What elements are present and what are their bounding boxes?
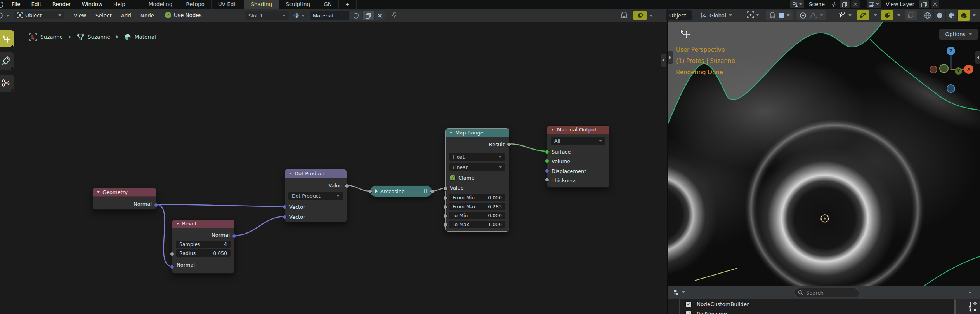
gizmo-axis-y[interactable]: Y <box>955 67 962 75</box>
node-map-range[interactable]: Map Range Result Float Linear Clamp Valu… <box>445 128 509 232</box>
editor-type-chevron[interactable] <box>6 15 9 17</box>
workspace-tab-modeling[interactable]: Modeling <box>142 0 179 9</box>
editor-type-icon[interactable] <box>0 12 4 19</box>
shading-dropdown-chevron[interactable] <box>973 14 976 16</box>
from-max-field[interactable]: From Max 6.283 <box>449 203 505 210</box>
shading-material-button[interactable] <box>946 10 958 21</box>
socket-vector2-input[interactable] <box>283 215 287 219</box>
add-workspace-button[interactable]: + <box>338 0 357 9</box>
new-scene-button[interactable] <box>840 0 850 8</box>
scene-browse-button[interactable] <box>790 0 804 8</box>
gizmo-visibility-chevron[interactable] <box>848 14 852 16</box>
tools-tab-icon[interactable] <box>968 302 978 312</box>
new-material-button[interactable] <box>363 11 374 20</box>
socket-output[interactable] <box>430 189 434 194</box>
scene-name[interactable]: Scene <box>806 1 828 7</box>
pivot-point-dropdown[interactable] <box>747 11 759 18</box>
collapse-chevron[interactable] <box>97 191 100 193</box>
menu-render[interactable]: Render <box>47 0 76 9</box>
menu-edit[interactable]: Edit <box>26 0 47 9</box>
addon-enabled-checkbox[interactable] <box>685 301 692 307</box>
proportional-edit-icon[interactable] <box>800 12 807 19</box>
gizmo-axis-neg-y[interactable] <box>939 64 949 73</box>
expand-chevron[interactable] <box>375 189 378 193</box>
gizmo-axis-x[interactable]: X <box>964 65 973 74</box>
socket-displacement-input[interactable] <box>545 169 549 173</box>
falloff-curve-icon[interactable] <box>809 12 817 19</box>
addons-search-input[interactable] <box>806 290 849 296</box>
viewport-options-button[interactable]: Options <box>939 29 978 40</box>
viewport-sidebar-toggle[interactable] <box>975 51 980 64</box>
collapse-chevron[interactable] <box>449 132 453 134</box>
node-dot-product[interactable]: Dot Product Value Dot Product Vector Vec… <box>284 169 347 222</box>
menu-select[interactable]: Select <box>91 12 116 19</box>
socket-radius-input[interactable] <box>170 252 174 256</box>
shading-solid-button[interactable] <box>934 10 946 21</box>
use-nodes-checkbox[interactable] <box>165 12 171 18</box>
shader-node-editor[interactable]: Suzanne Suzanne Material <box>0 22 667 314</box>
shading-rendered-button[interactable] <box>958 10 970 21</box>
workspace-tab-uvedit[interactable]: UV Edit <box>211 0 244 9</box>
material-slot-dropdown[interactable]: Slot 1 <box>245 11 289 20</box>
gizmo-axis-neg-z[interactable] <box>947 84 955 93</box>
addon-row-rollviewport[interactable]: RollViewport <box>685 311 729 314</box>
pin-icon[interactable] <box>831 2 836 7</box>
show-overlays-chevron[interactable] <box>897 14 900 16</box>
navigation-gizmo[interactable]: Z Y X <box>924 42 980 96</box>
blender-logo-icon[interactable] <box>0 1 4 8</box>
from-min-field[interactable]: From Min 0.000 <box>449 194 505 201</box>
output-target-dropdown[interactable]: All <box>551 137 605 145</box>
samples-field[interactable]: Samples 4 <box>176 241 231 248</box>
workspace-tab-shading[interactable]: Shading <box>244 0 279 9</box>
to-min-field[interactable]: To Min 0.000 <box>449 212 505 219</box>
overlays-toggle[interactable] <box>633 11 647 20</box>
material-name-field[interactable]: Material <box>310 11 349 20</box>
view-layer-browse-button[interactable] <box>867 0 881 8</box>
collapse-chevron[interactable] <box>551 129 554 131</box>
node-arccosine[interactable]: Arccosine <box>370 185 432 197</box>
clamp-checkbox[interactable] <box>450 175 456 181</box>
addon-row-nodecustombuilder[interactable]: NodeCustomBuilder <box>685 301 749 307</box>
menu-help[interactable]: Help <box>108 0 131 9</box>
menu-view[interactable]: View <box>69 12 91 19</box>
new-view-layer-button[interactable] <box>919 0 929 8</box>
socket-vector1-input[interactable] <box>283 205 287 209</box>
radius-field[interactable]: Radius 0.050 <box>176 249 231 257</box>
shading-wireframe-button[interactable] <box>922 10 934 21</box>
viewport-mode-dropdown[interactable]: Object <box>666 10 692 20</box>
data-type-dropdown[interactable]: Float <box>449 153 505 161</box>
socket-value-output[interactable] <box>345 184 349 188</box>
gizmo-axis-z[interactable]: Z <box>947 47 955 55</box>
interpolation-dropdown[interactable]: Linear <box>449 163 505 171</box>
node-sidebar-toggle[interactable] <box>661 54 666 67</box>
socket-normal-input[interactable] <box>170 265 174 269</box>
workspace-tab-retopo[interactable]: Retopo <box>179 0 211 9</box>
collapse-chevron[interactable] <box>176 223 179 225</box>
overlays-dropdown-chevron[interactable] <box>650 15 653 17</box>
remove-view-layer-button[interactable] <box>931 0 939 8</box>
viewport-toolbar-toggle[interactable] <box>668 51 673 64</box>
gizmo-visibility-icon[interactable] <box>838 11 846 19</box>
socket-surface-input[interactable] <box>545 150 549 154</box>
snap-dropdown-chevron[interactable] <box>787 14 790 16</box>
pin-icon[interactable] <box>391 12 397 19</box>
transform-orientation-dropdown[interactable]: Global <box>700 10 732 20</box>
menu-node[interactable]: Node <box>136 12 159 19</box>
snap-target-icon[interactable] <box>779 13 784 18</box>
workspace-tab-gn[interactable]: GN <box>317 0 338 9</box>
socket-value-input[interactable] <box>443 187 448 191</box>
prefs-section-dropdown[interactable] <box>673 289 685 297</box>
view-layer-name[interactable]: View Layer <box>883 1 918 7</box>
menu-window[interactable]: Window <box>76 0 108 9</box>
addon-enabled-checkbox[interactable] <box>685 311 692 314</box>
addons-panel-chevron[interactable] <box>968 292 971 294</box>
toggle-xray-button[interactable] <box>905 10 917 20</box>
show-gizmos-chevron[interactable] <box>874 14 877 16</box>
socket-from-min-input[interactable] <box>443 196 448 200</box>
vector-math-operation-dropdown[interactable]: Dot Product <box>288 192 343 200</box>
node-geometry[interactable]: Geometry Normal <box>92 188 156 210</box>
socket-input[interactable] <box>368 189 372 194</box>
socket-volume-input[interactable] <box>545 159 549 163</box>
menu-file[interactable]: File <box>6 0 26 9</box>
socket-thickness-input[interactable] <box>545 178 549 182</box>
